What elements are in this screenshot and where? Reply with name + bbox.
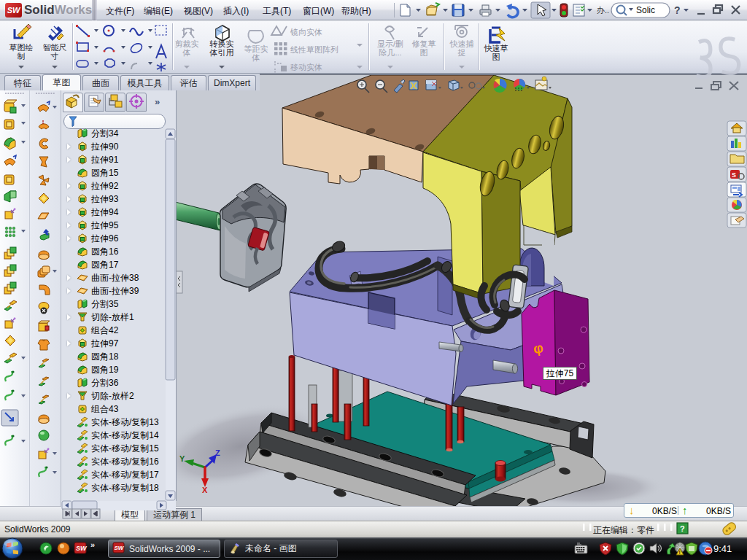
svg-text:Y: Y	[179, 454, 185, 463]
svg-text:SW: SW	[76, 545, 88, 552]
svg-text:SW: SW	[115, 545, 125, 551]
svg-text:!: !	[679, 550, 681, 555]
svg-text:»: »	[90, 540, 95, 549]
svg-text:X: X	[202, 486, 208, 494]
svg-text:S: S	[732, 171, 736, 179]
svg-text:φ: φ	[533, 340, 544, 357]
svg-text:Z: Z	[215, 448, 220, 457]
